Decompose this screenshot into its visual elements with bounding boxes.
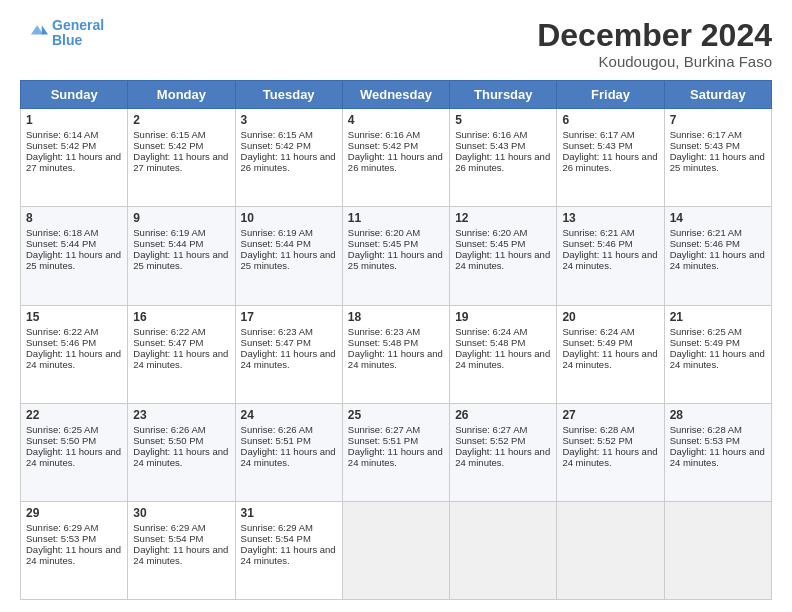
daylight-text: Daylight: 11 hours and 27 minutes. bbox=[133, 151, 228, 173]
sunset-text: Sunset: 5:50 PM bbox=[26, 435, 96, 446]
day-number: 12 bbox=[455, 211, 551, 225]
daylight-text: Daylight: 11 hours and 24 minutes. bbox=[455, 348, 550, 370]
daylight-text: Daylight: 11 hours and 24 minutes. bbox=[455, 249, 550, 271]
daylight-text: Daylight: 11 hours and 24 minutes. bbox=[562, 348, 657, 370]
sunset-text: Sunset: 5:53 PM bbox=[670, 435, 740, 446]
sunrise-text: Sunrise: 6:19 AM bbox=[241, 227, 313, 238]
daylight-text: Daylight: 11 hours and 24 minutes. bbox=[241, 348, 336, 370]
daylight-text: Daylight: 11 hours and 26 minutes. bbox=[562, 151, 657, 173]
sunset-text: Sunset: 5:51 PM bbox=[348, 435, 418, 446]
sunrise-text: Sunrise: 6:27 AM bbox=[455, 424, 527, 435]
sunrise-text: Sunrise: 6:20 AM bbox=[348, 227, 420, 238]
daylight-text: Daylight: 11 hours and 24 minutes. bbox=[133, 544, 228, 566]
calendar-header-row: SundayMondayTuesdayWednesdayThursdayFrid… bbox=[21, 81, 772, 109]
daylight-text: Daylight: 11 hours and 24 minutes. bbox=[562, 446, 657, 468]
day-header-wednesday: Wednesday bbox=[342, 81, 449, 109]
daylight-text: Daylight: 11 hours and 26 minutes. bbox=[455, 151, 550, 173]
calendar-cell: 5Sunrise: 6:16 AMSunset: 5:43 PMDaylight… bbox=[450, 109, 557, 207]
daylight-text: Daylight: 11 hours and 24 minutes. bbox=[670, 348, 765, 370]
day-number: 3 bbox=[241, 113, 337, 127]
logo-icon bbox=[20, 19, 48, 47]
daylight-text: Daylight: 11 hours and 24 minutes. bbox=[133, 446, 228, 468]
day-number: 27 bbox=[562, 408, 658, 422]
sunset-text: Sunset: 5:45 PM bbox=[348, 238, 418, 249]
calendar-cell bbox=[664, 501, 771, 599]
calendar-cell bbox=[342, 501, 449, 599]
day-number: 7 bbox=[670, 113, 766, 127]
calendar-cell: 18Sunrise: 6:23 AMSunset: 5:48 PMDayligh… bbox=[342, 305, 449, 403]
day-number: 18 bbox=[348, 310, 444, 324]
calendar-cell: 29Sunrise: 6:29 AMSunset: 5:53 PMDayligh… bbox=[21, 501, 128, 599]
daylight-text: Daylight: 11 hours and 24 minutes. bbox=[241, 544, 336, 566]
calendar-week-2: 8Sunrise: 6:18 AMSunset: 5:44 PMDaylight… bbox=[21, 207, 772, 305]
sunset-text: Sunset: 5:44 PM bbox=[133, 238, 203, 249]
logo-line1: General bbox=[52, 17, 104, 33]
calendar-cell: 21Sunrise: 6:25 AMSunset: 5:49 PMDayligh… bbox=[664, 305, 771, 403]
calendar-cell: 10Sunrise: 6:19 AMSunset: 5:44 PMDayligh… bbox=[235, 207, 342, 305]
day-header-thursday: Thursday bbox=[450, 81, 557, 109]
day-number: 25 bbox=[348, 408, 444, 422]
calendar-cell: 31Sunrise: 6:29 AMSunset: 5:54 PMDayligh… bbox=[235, 501, 342, 599]
calendar-cell: 11Sunrise: 6:20 AMSunset: 5:45 PMDayligh… bbox=[342, 207, 449, 305]
day-number: 28 bbox=[670, 408, 766, 422]
sunrise-text: Sunrise: 6:24 AM bbox=[562, 326, 634, 337]
calendar-cell: 20Sunrise: 6:24 AMSunset: 5:49 PMDayligh… bbox=[557, 305, 664, 403]
sunrise-text: Sunrise: 6:20 AM bbox=[455, 227, 527, 238]
sunrise-text: Sunrise: 6:17 AM bbox=[562, 129, 634, 140]
sunrise-text: Sunrise: 6:19 AM bbox=[133, 227, 205, 238]
day-number: 23 bbox=[133, 408, 229, 422]
day-number: 16 bbox=[133, 310, 229, 324]
day-header-monday: Monday bbox=[128, 81, 235, 109]
daylight-text: Daylight: 11 hours and 25 minutes. bbox=[26, 249, 121, 271]
day-number: 10 bbox=[241, 211, 337, 225]
svg-marker-0 bbox=[42, 26, 48, 35]
sunset-text: Sunset: 5:53 PM bbox=[26, 533, 96, 544]
daylight-text: Daylight: 11 hours and 24 minutes. bbox=[26, 544, 121, 566]
calendar-week-5: 29Sunrise: 6:29 AMSunset: 5:53 PMDayligh… bbox=[21, 501, 772, 599]
sunrise-text: Sunrise: 6:22 AM bbox=[26, 326, 98, 337]
sunrise-text: Sunrise: 6:26 AM bbox=[241, 424, 313, 435]
calendar-cell: 9Sunrise: 6:19 AMSunset: 5:44 PMDaylight… bbox=[128, 207, 235, 305]
day-number: 30 bbox=[133, 506, 229, 520]
logo-line2: Blue bbox=[52, 32, 82, 48]
sunset-text: Sunset: 5:42 PM bbox=[26, 140, 96, 151]
sunset-text: Sunset: 5:46 PM bbox=[562, 238, 632, 249]
calendar-cell: 30Sunrise: 6:29 AMSunset: 5:54 PMDayligh… bbox=[128, 501, 235, 599]
calendar-cell bbox=[450, 501, 557, 599]
sunrise-text: Sunrise: 6:23 AM bbox=[348, 326, 420, 337]
day-number: 17 bbox=[241, 310, 337, 324]
sunrise-text: Sunrise: 6:28 AM bbox=[670, 424, 742, 435]
daylight-text: Daylight: 11 hours and 24 minutes. bbox=[241, 446, 336, 468]
calendar-cell: 25Sunrise: 6:27 AMSunset: 5:51 PMDayligh… bbox=[342, 403, 449, 501]
calendar-cell: 17Sunrise: 6:23 AMSunset: 5:47 PMDayligh… bbox=[235, 305, 342, 403]
day-number: 1 bbox=[26, 113, 122, 127]
day-number: 13 bbox=[562, 211, 658, 225]
sunset-text: Sunset: 5:48 PM bbox=[455, 337, 525, 348]
sunrise-text: Sunrise: 6:18 AM bbox=[26, 227, 98, 238]
calendar-cell: 19Sunrise: 6:24 AMSunset: 5:48 PMDayligh… bbox=[450, 305, 557, 403]
sunset-text: Sunset: 5:44 PM bbox=[241, 238, 311, 249]
sunrise-text: Sunrise: 6:23 AM bbox=[241, 326, 313, 337]
sunrise-text: Sunrise: 6:17 AM bbox=[670, 129, 742, 140]
calendar-cell: 16Sunrise: 6:22 AMSunset: 5:47 PMDayligh… bbox=[128, 305, 235, 403]
sunrise-text: Sunrise: 6:16 AM bbox=[348, 129, 420, 140]
calendar-cell: 6Sunrise: 6:17 AMSunset: 5:43 PMDaylight… bbox=[557, 109, 664, 207]
calendar-week-1: 1Sunrise: 6:14 AMSunset: 5:42 PMDaylight… bbox=[21, 109, 772, 207]
sunset-text: Sunset: 5:42 PM bbox=[133, 140, 203, 151]
daylight-text: Daylight: 11 hours and 24 minutes. bbox=[26, 348, 121, 370]
day-number: 31 bbox=[241, 506, 337, 520]
calendar-cell: 2Sunrise: 6:15 AMSunset: 5:42 PMDaylight… bbox=[128, 109, 235, 207]
daylight-text: Daylight: 11 hours and 25 minutes. bbox=[241, 249, 336, 271]
day-number: 24 bbox=[241, 408, 337, 422]
calendar-cell: 26Sunrise: 6:27 AMSunset: 5:52 PMDayligh… bbox=[450, 403, 557, 501]
calendar-cell bbox=[557, 501, 664, 599]
sunrise-text: Sunrise: 6:29 AM bbox=[26, 522, 98, 533]
sunrise-text: Sunrise: 6:25 AM bbox=[26, 424, 98, 435]
sunrise-text: Sunrise: 6:14 AM bbox=[26, 129, 98, 140]
sunset-text: Sunset: 5:54 PM bbox=[241, 533, 311, 544]
header: General Blue December 2024 Koudougou, Bu… bbox=[20, 18, 772, 70]
day-number: 9 bbox=[133, 211, 229, 225]
sunrise-text: Sunrise: 6:15 AM bbox=[241, 129, 313, 140]
day-number: 11 bbox=[348, 211, 444, 225]
calendar-cell: 22Sunrise: 6:25 AMSunset: 5:50 PMDayligh… bbox=[21, 403, 128, 501]
